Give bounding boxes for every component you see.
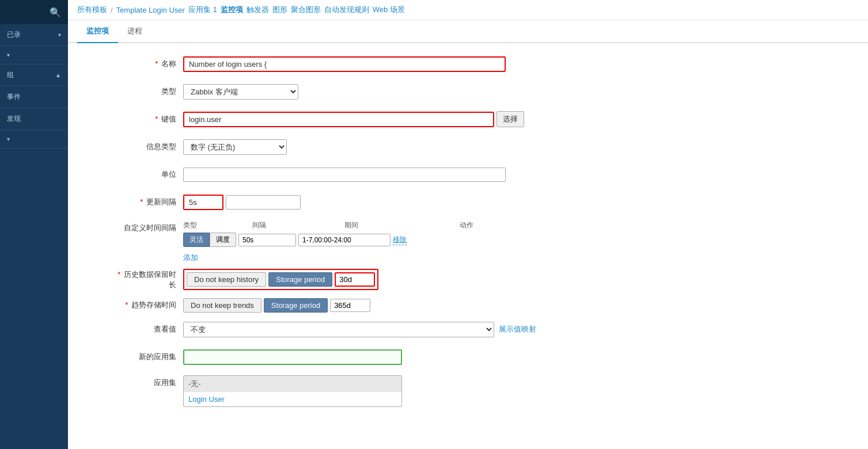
breadcrumb-web[interactable]: Web 场景 — [373, 5, 405, 15]
interval-flexible-btn[interactable]: 灵活 — [183, 233, 210, 247]
key-label: * 键值 — [114, 114, 183, 124]
custom-interval-label: 自定义时间间隔 — [114, 220, 183, 233]
new-app-row: 新的应用集 — [114, 348, 851, 366]
trend-row: * 趋势存储时间 Do not keep trends Storage peri… — [114, 296, 851, 314]
custom-interval-area: 类型 间隔 期间 动作 灵活 调度 移除 添加 — [183, 220, 506, 263]
key-row: * 键值 选择 — [114, 110, 851, 128]
update-interval-after-input[interactable] — [226, 195, 301, 210]
sidebar-section-group: 组 ▲ — [0, 64, 68, 86]
interval-row-1: 灵活 调度 移除 — [183, 233, 506, 247]
search-icon[interactable]: 🔍 — [50, 7, 61, 18]
sidebar-section-5: ▾ — [0, 130, 68, 149]
add-interval-row: 添加 — [183, 250, 506, 263]
breadcrumb-aggregate[interactable]: 聚合图形 — [291, 5, 321, 15]
unit-label: 单位 — [114, 169, 183, 180]
tab-bar: 监控项 进程 — [68, 20, 868, 43]
interval-action-header: 动作 — [460, 220, 506, 230]
name-row: * 名称 — [114, 55, 851, 73]
key-select-button[interactable]: 选择 — [496, 111, 524, 127]
trend-no-keep-button[interactable]: Do not keep trends — [183, 298, 261, 313]
app-list-item-login-user[interactable]: Login User — [184, 392, 401, 406]
trend-section: Do not keep trends Storage period — [183, 298, 370, 313]
update-interval-row: * 更新间隔 — [114, 193, 851, 211]
breadcrumb-template-name[interactable]: Template Login User — [116, 6, 185, 14]
history-row: * 历史数据保留时长 Do not keep history Storage p… — [114, 269, 851, 290]
sidebar-item-recorded[interactable]: 已录 ▾ — [0, 24, 68, 45]
update-interval-label: * 更新间隔 — [114, 197, 183, 207]
type-label: 类型 — [114, 86, 183, 97]
history-storage-period-button[interactable]: Storage period — [268, 272, 332, 287]
app-list-item-no-app[interactable]: -无- — [184, 376, 401, 392]
valuemap-select[interactable]: 不变 — [183, 322, 494, 337]
history-value-input[interactable] — [335, 272, 375, 287]
name-label: * 名称 — [114, 59, 183, 69]
custom-interval-row: 自定义时间间隔 类型 间隔 期间 动作 灵活 调度 移除 — [114, 220, 851, 263]
valuemap-section: 不变 展示值映射 — [183, 322, 536, 337]
interval-schedule-btn[interactable]: 调度 — [210, 233, 236, 247]
info-type-row: 信息类型 数字 (无正负) — [114, 138, 851, 156]
chevron-down-icon-2: ▾ — [7, 52, 10, 58]
info-type-select[interactable]: 数字 (无正负) — [183, 139, 287, 155]
app-collection-row: 应用集 -无- Login User — [114, 375, 851, 407]
name-input[interactable] — [183, 56, 506, 72]
sidebar: 🔍 已录 ▾ ▾ 组 ▲ 事件 发现 ▾ — [0, 0, 68, 449]
interval-type-header: 类型 — [183, 220, 252, 230]
update-interval-input[interactable] — [183, 195, 223, 210]
breadcrumb-separator: / — [111, 6, 113, 14]
sidebar-item-group[interactable]: 组 ▲ — [0, 64, 68, 86]
interval-interval-header: 间隔 — [252, 220, 344, 230]
new-app-label: 新的应用集 — [114, 352, 183, 362]
history-section: Do not keep history Storage period — [183, 269, 378, 290]
sidebar-section-discover: 发现 — [0, 108, 68, 130]
chevron-up-icon: ▲ — [55, 72, 61, 78]
sidebar-section-1: 已录 ▾ — [0, 24, 68, 46]
unit-row: 单位 — [114, 165, 851, 184]
breadcrumb-autodiscover[interactable]: 自动发现规则 — [324, 5, 369, 15]
interval-value-input[interactable] — [238, 234, 296, 246]
chevron-down-icon-5: ▾ — [7, 136, 10, 142]
breadcrumb-appset[interactable]: 应用集 1 — [188, 5, 217, 15]
sidebar-item-5[interactable]: ▾ — [0, 130, 68, 148]
sidebar-item-discover[interactable]: 发现 — [0, 108, 68, 130]
chevron-down-icon: ▾ — [58, 32, 61, 38]
sidebar-item-event[interactable]: 事件 — [0, 86, 68, 108]
interval-period-header: 期间 — [344, 220, 460, 230]
tab-process[interactable]: 进程 — [118, 20, 151, 43]
trend-label: * 趋势存储时间 — [114, 300, 183, 310]
breadcrumb: 所有模板 / Template Login User 应用集 1 监控项 触发器… — [68, 0, 868, 20]
trend-value-input[interactable] — [330, 299, 370, 312]
interval-period-input[interactable] — [298, 234, 391, 246]
breadcrumb-trigger[interactable]: 触发器 — [247, 5, 269, 15]
name-required: * — [155, 59, 158, 68]
valuemap-link[interactable]: 展示值映射 — [499, 324, 536, 334]
type-row: 类型 Zabbix 客户端 — [114, 82, 851, 101]
sidebar-search[interactable]: 🔍 — [0, 0, 68, 24]
app-collection-label: 应用集 — [114, 375, 183, 388]
breadcrumb-all-templates[interactable]: 所有模板 — [77, 5, 107, 15]
trend-storage-period-button[interactable]: Storage period — [264, 298, 328, 313]
sidebar-section-event: 事件 — [0, 86, 68, 108]
main-content: 所有模板 / Template Login User 应用集 1 监控项 触发器… — [68, 0, 868, 449]
sidebar-section-2: ▾ — [0, 46, 68, 64]
key-input[interactable] — [183, 112, 494, 127]
history-no-keep-button[interactable]: Do not keep history — [187, 272, 266, 287]
interval-type-toggle: 灵活 调度 — [183, 233, 236, 247]
breadcrumb-graph[interactable]: 图形 — [272, 5, 287, 15]
history-label: * 历史数据保留时长 — [114, 269, 183, 290]
sidebar-item-2[interactable]: ▾ — [0, 46, 68, 64]
tab-monitor-items[interactable]: 监控项 — [77, 20, 118, 43]
breadcrumb-monitor[interactable]: 监控项 — [221, 5, 243, 15]
new-app-input[interactable] — [183, 349, 402, 365]
interval-remove-link[interactable]: 移除 — [393, 235, 407, 245]
type-select[interactable]: Zabbix 客户端 — [183, 84, 298, 100]
form-area: * 名称 类型 Zabbix 客户端 * 键值 选择 信息类型 数字 (无正 — [68, 43, 868, 449]
unit-input[interactable] — [183, 168, 506, 182]
interval-header: 类型 间隔 期间 动作 — [183, 220, 506, 230]
valuemap-row: 查看值 不变 展示值映射 — [114, 320, 851, 338]
app-list: -无- Login User — [183, 375, 402, 407]
add-interval-link[interactable]: 添加 — [183, 253, 198, 263]
info-type-label: 信息类型 — [114, 142, 183, 152]
valuemap-label: 查看值 — [114, 324, 183, 334]
